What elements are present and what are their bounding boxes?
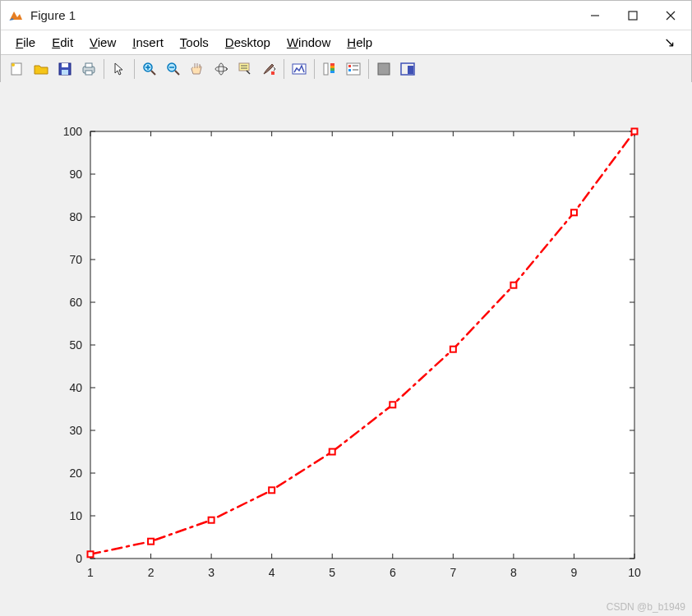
svg-rect-108 xyxy=(390,402,395,407)
svg-rect-106 xyxy=(269,487,274,493)
brush-icon[interactable] xyxy=(257,57,280,80)
svg-rect-39 xyxy=(90,131,634,559)
svg-text:9: 9 xyxy=(571,566,578,579)
colorbar-icon[interactable] xyxy=(318,57,341,80)
svg-rect-38 xyxy=(408,66,413,74)
window-title: Figure 1 xyxy=(30,8,576,22)
svg-rect-30 xyxy=(330,71,334,73)
svg-rect-36 xyxy=(378,63,390,75)
svg-text:10: 10 xyxy=(69,509,82,522)
menu-window[interactable]: Window xyxy=(279,34,339,51)
svg-rect-7 xyxy=(62,63,68,67)
svg-rect-105 xyxy=(209,517,215,523)
svg-text:40: 40 xyxy=(69,381,82,394)
svg-text:30: 30 xyxy=(69,424,82,437)
menu-insert[interactable]: Insert xyxy=(124,34,172,51)
minimize-button[interactable] xyxy=(576,3,614,28)
chart-canvas: 123456789100102030405060708090100 xyxy=(0,82,692,616)
svg-text:10: 10 xyxy=(628,566,641,579)
svg-rect-103 xyxy=(88,551,94,557)
rotate3d-icon[interactable] xyxy=(210,57,233,80)
watermark: CSDN @b_b1949 xyxy=(607,601,685,613)
save-icon[interactable] xyxy=(53,57,76,80)
svg-text:6: 6 xyxy=(390,566,396,579)
svg-rect-21 xyxy=(239,63,249,71)
svg-text:7: 7 xyxy=(450,566,456,579)
svg-point-20 xyxy=(219,63,224,75)
svg-rect-112 xyxy=(632,129,638,135)
svg-rect-32 xyxy=(348,65,351,67)
svg-text:1: 1 xyxy=(87,566,94,579)
matlab-logo-icon xyxy=(7,7,24,24)
menu-view[interactable]: View xyxy=(81,34,124,51)
menu-help[interactable]: Help xyxy=(339,34,381,51)
svg-rect-27 xyxy=(330,63,334,66)
zoom-out-icon[interactable] xyxy=(162,57,185,80)
svg-text:100: 100 xyxy=(63,125,83,138)
svg-text:5: 5 xyxy=(329,566,335,579)
close-button[interactable] xyxy=(652,3,690,28)
link-plot-icon[interactable] xyxy=(288,57,311,80)
pan-icon[interactable] xyxy=(186,57,209,80)
new-figure-icon[interactable] xyxy=(6,57,29,80)
svg-text:60: 60 xyxy=(69,296,82,309)
print-icon[interactable] xyxy=(77,57,100,80)
toolbar xyxy=(1,55,691,83)
menu-edit[interactable]: Edit xyxy=(44,34,81,51)
plot-area: 123456789100102030405060708090100 CSDN @… xyxy=(0,82,692,616)
svg-rect-107 xyxy=(330,449,335,455)
svg-point-5 xyxy=(12,63,15,67)
data-cursor-icon[interactable] xyxy=(233,57,256,80)
svg-rect-26 xyxy=(324,63,328,75)
svg-rect-28 xyxy=(330,66,334,68)
maximize-button[interactable] xyxy=(614,3,652,28)
svg-text:2: 2 xyxy=(148,566,155,579)
svg-rect-109 xyxy=(450,347,456,352)
svg-rect-11 xyxy=(85,71,92,75)
svg-line-17 xyxy=(175,71,179,75)
svg-text:90: 90 xyxy=(69,168,82,181)
svg-text:8: 8 xyxy=(510,566,517,579)
svg-text:0: 0 xyxy=(76,552,82,565)
svg-line-13 xyxy=(151,71,155,75)
svg-text:4: 4 xyxy=(269,566,275,579)
svg-rect-29 xyxy=(330,68,334,71)
svg-text:3: 3 xyxy=(208,566,215,579)
svg-rect-111 xyxy=(571,209,577,215)
legend-icon[interactable] xyxy=(342,57,365,80)
svg-text:20: 20 xyxy=(69,467,82,480)
menubar: FileEditViewInsertToolsDesktopWindowHelp… xyxy=(1,30,691,55)
svg-rect-1 xyxy=(629,11,637,20)
dock-icon[interactable] xyxy=(396,57,419,80)
menu-tools[interactable]: Tools xyxy=(172,34,217,51)
svg-text:80: 80 xyxy=(69,210,82,223)
titlebar: Figure 1 xyxy=(1,1,691,30)
svg-rect-10 xyxy=(85,63,92,67)
svg-text:50: 50 xyxy=(69,338,82,352)
menu-desktop[interactable]: Desktop xyxy=(217,34,279,51)
menu-file[interactable]: File xyxy=(7,34,44,51)
open-icon[interactable] xyxy=(30,57,53,80)
zoom-in-icon[interactable] xyxy=(138,57,161,80)
hide-tools-icon[interactable] xyxy=(372,57,395,80)
svg-rect-24 xyxy=(271,71,274,75)
svg-text:70: 70 xyxy=(69,253,82,266)
svg-point-19 xyxy=(215,67,227,71)
tearoff-icon[interactable]: ↘ xyxy=(664,34,685,50)
svg-rect-8 xyxy=(62,70,68,75)
svg-rect-104 xyxy=(148,539,154,545)
svg-rect-34 xyxy=(348,69,351,71)
svg-rect-110 xyxy=(510,283,516,288)
cursor-icon[interactable] xyxy=(108,57,131,80)
